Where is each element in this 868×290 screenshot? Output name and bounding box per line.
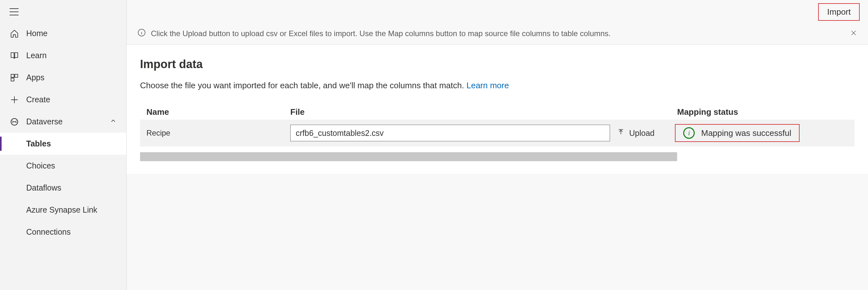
home-icon: [9, 29, 19, 38]
column-header-name[interactable]: Name: [147, 107, 290, 117]
import-button[interactable]: Import: [818, 3, 860, 21]
sidebar: Home Learn Apps Create Dataverse: [0, 0, 127, 290]
horizontal-scrollbar[interactable]: [140, 152, 677, 161]
sidebar-item-label: Create: [26, 95, 50, 104]
info-icon: [137, 28, 146, 39]
table-row: Recipe Upload i Mapping was successful: [140, 120, 855, 147]
app-root: Home Learn Apps Create Dataverse: [0, 0, 868, 290]
sidebar-item-label: Dataflows: [26, 183, 61, 192]
svg-rect-1: [15, 74, 18, 77]
row-name-cell: Recipe: [147, 129, 290, 137]
content-area: Import data Choose the file you want imp…: [127, 45, 868, 174]
page-title: Import data: [140, 58, 855, 71]
grid-header-row: Name File Mapping status: [140, 103, 855, 120]
sidebar-item-label: Apps: [26, 73, 44, 82]
column-header-file[interactable]: File: [290, 107, 636, 117]
sidebar-item-label: Connections: [26, 227, 71, 236]
upload-label: Upload: [629, 129, 654, 138]
sidebar-item-apps[interactable]: Apps: [0, 66, 126, 89]
hamburger-menu-button[interactable]: [0, 3, 126, 22]
plus-icon: [9, 95, 19, 104]
column-header-status[interactable]: Mapping status: [636, 107, 848, 117]
info-banner: Click the Upload button to upload csv or…: [127, 23, 868, 45]
menu-icon: [9, 8, 19, 15]
sidebar-item-tables[interactable]: Tables: [0, 133, 126, 155]
learn-more-link[interactable]: Learn more: [466, 80, 509, 90]
sidebar-item-create[interactable]: Create: [0, 89, 126, 110]
book-icon: [9, 51, 19, 60]
import-grid: Name File Mapping status Recipe Upload: [140, 103, 855, 161]
sidebar-item-label: Dataverse: [26, 117, 63, 126]
sidebar-item-dataflows[interactable]: Dataflows: [0, 177, 126, 199]
sidebar-item-label: Azure Synapse Link: [26, 205, 97, 215]
mapping-status-text: Mapping was successful: [701, 128, 791, 138]
info-banner-text: Click the Upload button to upload csv or…: [151, 29, 611, 38]
page-subtitle-text: Choose the file you want imported for ea…: [140, 80, 466, 90]
sidebar-item-label: Choices: [26, 161, 55, 170]
sidebar-item-choices[interactable]: Choices: [0, 155, 126, 177]
upload-button[interactable]: Upload: [610, 128, 654, 138]
page-subtitle: Choose the file you want imported for ea…: [140, 80, 855, 91]
sidebar-item-label: Learn: [26, 51, 47, 60]
sidebar-item-home[interactable]: Home: [0, 22, 126, 44]
file-name-input[interactable]: [290, 125, 610, 141]
main-pane: Import Click the Upload button to upload…: [127, 0, 868, 290]
dataverse-icon: [9, 117, 19, 126]
apps-icon: [9, 73, 19, 82]
svg-rect-0: [11, 74, 14, 77]
sidebar-item-dataverse[interactable]: Dataverse: [0, 110, 126, 133]
close-icon[interactable]: [850, 28, 857, 39]
command-bar: Import: [127, 0, 868, 23]
sidebar-item-azure-synapse-link[interactable]: Azure Synapse Link: [0, 199, 126, 221]
sidebar-item-label: Home: [26, 29, 48, 38]
chevron-up-icon: [110, 117, 117, 126]
upload-icon: [617, 128, 625, 138]
sidebar-item-connections[interactable]: Connections: [0, 221, 126, 243]
success-icon: i: [683, 127, 695, 139]
sidebar-dataverse-submenu: Tables Choices Dataflows Azure Synapse L…: [0, 133, 126, 243]
mapping-status-cell: i Mapping was successful: [675, 124, 800, 142]
sidebar-item-learn[interactable]: Learn: [0, 44, 126, 66]
sidebar-item-label: Tables: [26, 139, 51, 148]
svg-rect-2: [11, 78, 14, 81]
